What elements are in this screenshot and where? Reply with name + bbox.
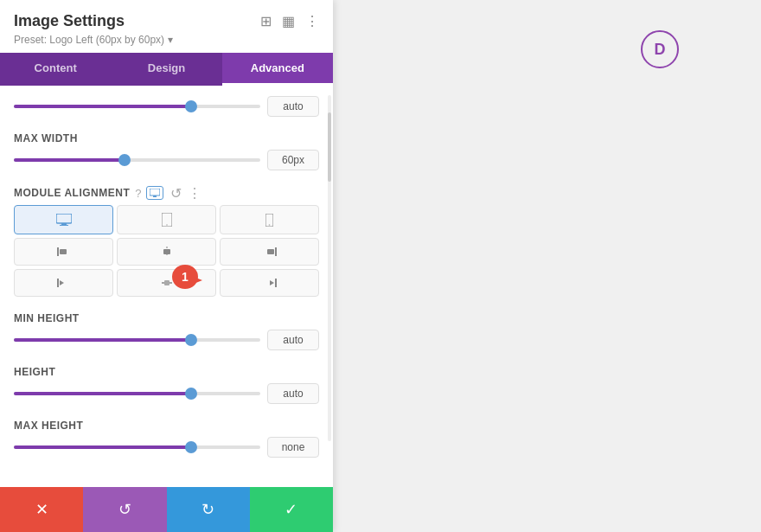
max-width-label: Max Width bbox=[14, 132, 319, 144]
svg-text:1: 1 bbox=[182, 270, 189, 284]
max-height-thumb[interactable] bbox=[185, 441, 197, 453]
max-width-slider-row: 60px bbox=[14, 150, 319, 170]
device-desktop-btn[interactable] bbox=[14, 205, 113, 234]
max-width-field: Max Width 60px bbox=[14, 132, 319, 170]
max-height-field: Max Height none bbox=[14, 420, 319, 458]
preset-dropdown-icon[interactable]: ▾ bbox=[168, 34, 173, 46]
bottom-bar: ✕ ↺ ↻ ✓ bbox=[0, 487, 333, 532]
undo-button[interactable]: ↺ bbox=[83, 487, 166, 532]
help-icon[interactable]: ? bbox=[135, 187, 141, 200]
expand-icon[interactable]: ⊞ bbox=[260, 13, 272, 29]
preset-label: Preset: Logo Left (60px by 60px) ▾ bbox=[14, 34, 319, 46]
max-width-track[interactable] bbox=[14, 158, 260, 162]
panel-header: Image Settings ⊞ ▦ ⋮ Preset: Logo Left (… bbox=[0, 0, 333, 53]
top-slider-row: auto bbox=[14, 96, 319, 117]
header-icons: ⊞ ▦ ⋮ bbox=[260, 13, 319, 29]
alignment-buttons bbox=[14, 238, 319, 297]
max-height-value[interactable]: none bbox=[267, 437, 319, 458]
min-height-label: Min Height bbox=[14, 312, 319, 324]
scroll-thumb[interactable] bbox=[328, 112, 331, 182]
svg-point-8 bbox=[269, 224, 271, 226]
top-slider-value[interactable]: auto bbox=[267, 96, 319, 117]
panel-header-top: Image Settings ⊞ ▦ ⋮ bbox=[14, 12, 319, 30]
svg-rect-0 bbox=[150, 189, 160, 195]
more-options-icon[interactable]: ⋮ bbox=[188, 186, 201, 200]
svg-point-6 bbox=[166, 224, 168, 226]
max-width-thumb[interactable] bbox=[118, 154, 131, 166]
align-right-btn[interactable] bbox=[220, 238, 319, 266]
redo-button[interactable]: ↻ bbox=[167, 487, 250, 532]
min-height-value[interactable]: auto bbox=[267, 330, 319, 350]
height-field: Height auto bbox=[14, 366, 319, 404]
min-height-track[interactable] bbox=[14, 338, 260, 342]
min-height-slider-row: auto bbox=[14, 330, 319, 350]
image-settings-panel: Image Settings ⊞ ▦ ⋮ Preset: Logo Left (… bbox=[0, 0, 333, 532]
top-slider-thumb[interactable] bbox=[185, 100, 197, 112]
top-slider-track[interactable] bbox=[14, 105, 260, 108]
align-left-btn[interactable] bbox=[14, 238, 113, 266]
max-height-track[interactable] bbox=[14, 445, 260, 449]
preset-text: Preset: Logo Left (60px by 60px) bbox=[14, 34, 164, 46]
save-button[interactable]: ✓ bbox=[250, 487, 333, 532]
reset-icon[interactable]: ↺ bbox=[169, 186, 182, 200]
svg-rect-10 bbox=[60, 249, 67, 254]
max-height-label: Max Height bbox=[14, 420, 319, 432]
tab-design[interactable]: Design bbox=[111, 53, 221, 86]
device-desktop-icon[interactable] bbox=[146, 186, 163, 200]
height-thumb[interactable] bbox=[185, 388, 197, 400]
svg-marker-21 bbox=[194, 277, 202, 284]
module-alignment-label-row: Module Alignment ? ↺ ⋮ bbox=[14, 186, 319, 200]
svg-rect-1 bbox=[153, 195, 157, 197]
svg-rect-12 bbox=[163, 249, 170, 254]
columns-icon[interactable]: ▦ bbox=[282, 13, 295, 29]
device-tablet-btn[interactable] bbox=[117, 205, 216, 234]
max-width-value[interactable]: 60px bbox=[267, 150, 319, 170]
align-right-stretch-btn[interactable] bbox=[220, 269, 319, 297]
svg-rect-2 bbox=[56, 214, 72, 223]
height-slider-row: auto bbox=[14, 383, 319, 404]
panel-content: auto Max Width 60px Module Alignment ? bbox=[0, 86, 333, 487]
d-circle-badge: D bbox=[641, 30, 679, 68]
svg-rect-18 bbox=[164, 280, 169, 285]
min-height-field: Min Height auto bbox=[14, 312, 319, 350]
top-field-row: auto bbox=[14, 96, 319, 117]
device-mobile-btn[interactable] bbox=[220, 205, 319, 234]
height-track[interactable] bbox=[14, 392, 260, 395]
height-label: Height bbox=[14, 366, 319, 378]
align-center-btn[interactable] bbox=[117, 238, 216, 266]
tab-advanced[interactable]: Advanced bbox=[222, 53, 333, 86]
tabs-bar: Content Design Advanced bbox=[0, 53, 333, 86]
cancel-button[interactable]: ✕ bbox=[0, 487, 83, 532]
height-value[interactable]: auto bbox=[267, 383, 319, 404]
tab-content[interactable]: Content bbox=[0, 53, 111, 86]
device-buttons bbox=[14, 205, 319, 234]
module-alignment-field: Module Alignment ? ↺ ⋮ bbox=[14, 186, 319, 297]
panel-title: Image Settings bbox=[14, 12, 125, 30]
step-badge: 1 bbox=[169, 263, 204, 298]
scroll-indicator bbox=[328, 95, 331, 441]
max-height-slider-row: none bbox=[14, 437, 319, 458]
svg-rect-14 bbox=[267, 249, 274, 254]
min-height-thumb[interactable] bbox=[185, 334, 197, 346]
align-left-stretch-btn[interactable] bbox=[14, 269, 113, 297]
module-alignment-label: Module Alignment bbox=[14, 187, 130, 199]
more-icon[interactable]: ⋮ bbox=[305, 13, 319, 29]
